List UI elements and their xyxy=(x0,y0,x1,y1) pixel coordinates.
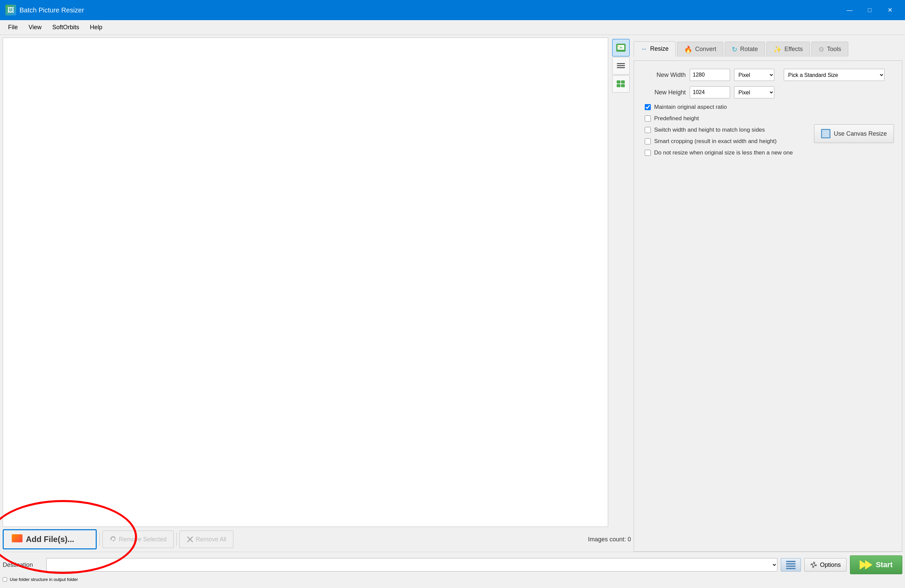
toolbar-separator-2 xyxy=(176,532,177,546)
predefined-height-checkbox[interactable] xyxy=(645,116,651,122)
rotate-tab-icon: ↻ xyxy=(732,45,737,53)
start-arrow-icon-2 xyxy=(865,560,872,569)
browse-button[interactable] xyxy=(781,558,801,572)
remove-all-label: Remove All xyxy=(196,536,226,543)
canvas-resize-label: Use Canvas Resize xyxy=(834,130,887,137)
no-resize-label: Do not resize when original size is less… xyxy=(654,149,793,156)
gear-icon xyxy=(810,561,818,569)
start-label: Start xyxy=(876,561,892,569)
tools-tab-icon: ⚙ xyxy=(818,45,824,53)
remove-selected-button[interactable]: Remove Selected xyxy=(102,531,174,548)
maximize-button[interactable]: □ xyxy=(860,0,880,20)
resize-tab[interactable]: ↔ Resize xyxy=(634,41,676,57)
maintain-aspect-label: Maintain original aspect ratio xyxy=(654,104,727,110)
toolbar-separator-1 xyxy=(99,532,100,546)
close-button[interactable]: ✕ xyxy=(880,0,900,20)
file-list-panel: Add File(s)... Remove Selected xyxy=(3,38,631,552)
canvas-resize-col: Use Canvas Resize xyxy=(814,104,894,161)
remove-all-button[interactable]: Remove All xyxy=(179,531,233,548)
switch-wh-label: Switch width and height to match long si… xyxy=(654,127,765,133)
rotate-tab[interactable]: ↻ Rotate xyxy=(725,41,765,57)
svg-point-3 xyxy=(618,46,619,47)
rotate-tab-label: Rotate xyxy=(740,46,758,53)
svg-rect-7 xyxy=(617,81,620,83)
bottom-bar: Destination Options xyxy=(3,552,902,585)
menu-file[interactable]: File xyxy=(3,22,23,33)
height-unit-select[interactable]: Pixel Percent xyxy=(734,86,774,99)
svg-rect-9 xyxy=(617,84,620,87)
predefined-height-label: Predefined height xyxy=(654,115,699,122)
add-files-label: Add File(s)... xyxy=(26,535,74,544)
file-toolbar: Add File(s)... Remove Selected xyxy=(3,527,631,552)
width-input[interactable] xyxy=(690,69,730,81)
menu-help[interactable]: Help xyxy=(85,22,108,33)
width-label: New Width xyxy=(642,72,686,79)
height-label: New Height xyxy=(642,89,686,96)
options-label: Options xyxy=(820,561,841,569)
standard-size-container: Pick a Standard Size xyxy=(784,69,884,81)
predefined-height-row: Predefined height xyxy=(642,115,806,122)
tools-tab[interactable]: ⚙ Tools xyxy=(811,41,848,57)
options-button[interactable]: Options xyxy=(804,558,846,572)
height-row: New Height Pixel Percent xyxy=(642,86,894,99)
folder-structure-checkbox[interactable] xyxy=(3,577,7,582)
effects-tab-icon: ✨ xyxy=(773,45,782,53)
svg-rect-4 xyxy=(617,63,625,64)
no-resize-row: Do not resize when original size is less… xyxy=(642,149,806,156)
file-list-white xyxy=(3,38,608,527)
width-unit-select[interactable]: Pixel Percent xyxy=(734,69,774,81)
file-list-area: Add File(s)... Remove Selected xyxy=(3,38,902,552)
svg-rect-5 xyxy=(617,65,625,66)
destination-row: Destination Options xyxy=(3,555,902,574)
smart-crop-label: Smart cropping (result in exact width an… xyxy=(654,138,777,145)
standard-size-select[interactable]: Pick a Standard Size xyxy=(784,69,884,81)
canvas-resize-icon xyxy=(821,129,830,138)
folder-structure-row: Use folder structure in output folder xyxy=(3,577,902,582)
images-count: Images count: 0 xyxy=(588,536,631,543)
convert-tab-icon: 🔥 xyxy=(684,45,692,53)
height-input[interactable] xyxy=(690,86,730,99)
width-row: New Width Pixel Percent Pick a Standard … xyxy=(642,69,894,81)
view-sidebar xyxy=(611,38,631,527)
svg-point-11 xyxy=(812,564,815,566)
menu-softorbits[interactable]: SoftOrbits xyxy=(47,22,85,33)
menu-view[interactable]: View xyxy=(23,22,47,33)
smart-crop-row: Smart cropping (result in exact width an… xyxy=(642,138,806,145)
canvas-resize-button[interactable]: Use Canvas Resize xyxy=(814,124,894,143)
start-button[interactable]: Start xyxy=(850,555,902,574)
preview-view-btn[interactable] xyxy=(612,39,630,56)
destination-select[interactable] xyxy=(46,558,777,572)
remove-selected-label: Remove Selected xyxy=(119,536,167,543)
settings-content: New Width Pixel Percent Pick a Standard … xyxy=(634,60,902,552)
tools-tab-label: Tools xyxy=(827,46,841,53)
settings-panel: ↔ Resize 🔥 Convert ↻ Rotate ✨ Effects ⚙ xyxy=(634,38,902,552)
svg-rect-10 xyxy=(621,84,625,87)
grid-view-btn[interactable] xyxy=(612,75,630,93)
switch-wh-row: Switch width and height to match long si… xyxy=(642,127,806,133)
add-files-button[interactable]: Add File(s)... xyxy=(3,529,97,549)
app-icon: 🖼 xyxy=(5,5,16,16)
add-files-icon xyxy=(12,534,22,544)
title-bar: 🖼 Batch Picture Resizer — □ ✕ xyxy=(0,0,905,20)
menu-bar: File View SoftOrbits Help xyxy=(0,20,905,35)
checkboxes-col: Maintain original aspect ratio Predefine… xyxy=(642,104,806,161)
app-title: Batch Picture Resizer xyxy=(19,6,840,14)
main-container: Add File(s)... Remove Selected xyxy=(0,35,905,588)
svg-rect-6 xyxy=(617,67,625,68)
maintain-aspect-row: Maintain original aspect ratio xyxy=(642,104,806,110)
minimize-button[interactable]: — xyxy=(840,0,859,20)
svg-rect-8 xyxy=(621,81,625,83)
effects-tab[interactable]: ✨ Effects xyxy=(766,41,810,57)
resize-tab-label: Resize xyxy=(650,45,668,52)
window-controls: — □ ✕ xyxy=(840,0,900,20)
resize-tab-icon: ↔ xyxy=(641,45,648,53)
switch-wh-checkbox[interactable] xyxy=(645,127,651,133)
no-resize-checkbox[interactable] xyxy=(645,150,651,156)
maintain-aspect-checkbox[interactable] xyxy=(645,104,651,110)
folder-structure-label: Use folder structure in output folder xyxy=(10,577,78,582)
destination-label: Destination xyxy=(3,561,43,569)
convert-tab[interactable]: 🔥 Convert xyxy=(677,41,723,57)
smart-crop-checkbox[interactable] xyxy=(645,138,651,145)
convert-tab-label: Convert xyxy=(695,46,716,53)
list-view-btn[interactable] xyxy=(612,57,630,75)
